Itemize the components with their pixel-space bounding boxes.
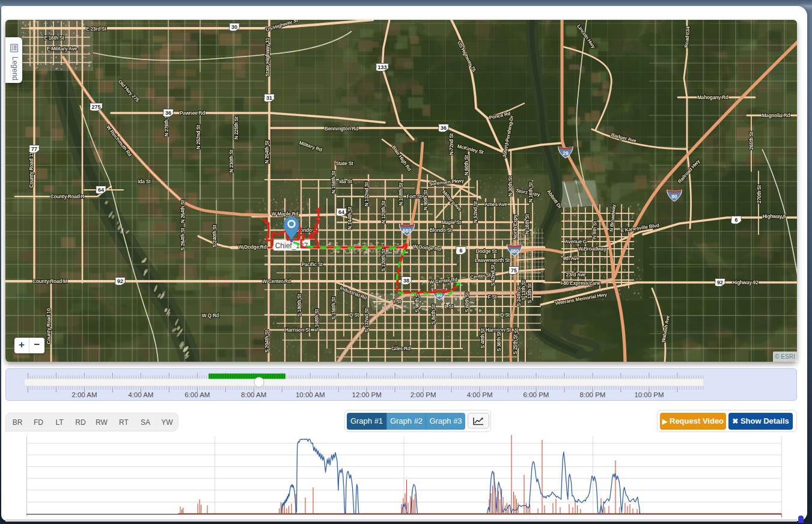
svg-text:N 16th St: N 16th St [525, 214, 530, 234]
svg-text:S 84th St: S 84th St [431, 304, 436, 324]
svg-text:State Highway 31: State Highway 31 [265, 37, 270, 76]
svg-text:County Road 11: County Road 11 [29, 152, 34, 188]
svg-text:E 23rd St: E 23rd St [86, 26, 106, 32]
svg-text:F St: F St [488, 294, 497, 300]
svg-text:Pawnee Rd: Pawnee Rd [180, 111, 205, 116]
svg-text:S 60th St: S 60th St [465, 292, 470, 312]
svg-text:Q St: Q St [500, 312, 510, 318]
svg-text:N 204th St: N 204th St [264, 141, 270, 164]
svg-text:S 264th St: S 264th St [180, 228, 186, 251]
svg-text:S 13th St: S 13th St [527, 283, 533, 303]
svg-text:N 90th St: N 90th St [423, 190, 429, 210]
svg-text:64: 64 [98, 187, 104, 193]
svg-text:N 225th St: N 225th St [234, 117, 239, 140]
svg-text:N 108th St: N 108th St [398, 183, 404, 206]
svg-text:W Q Rd: W Q Rd [202, 313, 219, 318]
svg-text:Ida St: Ida St [138, 179, 151, 184]
svg-text:N 60th St: N 60th St [464, 155, 469, 175]
svg-text:Highway 92: Highway 92 [732, 280, 759, 285]
svg-text:6: 6 [459, 248, 462, 254]
svg-text:North Expy: North Expy [513, 215, 518, 240]
svg-text:N 72nd St: N 72nd St [449, 133, 454, 155]
svg-text:L St: L St [445, 304, 454, 309]
svg-text:I-80 Express Lane: I-80 Express Lane [561, 281, 601, 286]
svg-text:N 252nd St: N 252nd St [196, 124, 201, 149]
svg-text:W Broadway: W Broadway [578, 246, 606, 252]
svg-text:S 156th St: S 156th St [331, 297, 337, 320]
svg-text:Magnolia Rd: Magnolia Rd [762, 113, 790, 118]
svg-text:S 168th St: S 168th St [314, 309, 320, 332]
svg-text:W Center Rd: W Center Rd [263, 279, 291, 284]
svg-text:6:00 PM: 6:00 PM [524, 391, 549, 398]
svg-text:38: 38 [403, 278, 409, 284]
svg-text:N 8th St: N 8th St [591, 221, 597, 239]
svg-text:County Road 10: County Road 10 [46, 308, 52, 344]
svg-text:State St: State St [336, 161, 353, 166]
svg-text:8:00 PM: 8:00 PM [580, 391, 606, 398]
svg-text:6: 6 [734, 217, 737, 223]
svg-text:Ames Ave: Ames Ave [484, 202, 507, 207]
svg-text:75: 75 [511, 267, 517, 273]
svg-text:County Road R: County Road R [50, 194, 85, 200]
svg-text:S 36th St: S 36th St [496, 331, 502, 352]
svg-text:4:00 AM: 4:00 AM [128, 391, 153, 398]
svg-text:S 13th St: S 13th St [521, 280, 527, 300]
svg-text:4:00 PM: 4:00 PM [467, 391, 493, 398]
svg-text:80: 80 [671, 193, 677, 200]
svg-text:Q St: Q St [349, 312, 359, 318]
svg-text:I St: I St [394, 299, 401, 305]
svg-text:N 120th St: N 120th St [381, 201, 386, 224]
svg-text:E 16th St: E 16th St [44, 35, 64, 41]
svg-text:N 156th St: N 156th St [331, 171, 337, 194]
svg-text:Mahogany Rd: Mahogany Rd [697, 95, 728, 100]
svg-text:265th St: 265th St [749, 131, 754, 150]
svg-text:N 16th St: N 16th St [528, 182, 534, 203]
svg-text:23rd Ave: 23rd Ave [566, 272, 586, 278]
svg-text:92: 92 [717, 279, 723, 285]
svg-text:8:00 AM: 8:00 AM [241, 391, 266, 398]
svg-text:Maple St: Maple St [442, 220, 462, 225]
svg-text:Leavenworth St: Leavenworth St [475, 258, 510, 263]
svg-text:Ida St: Ida St [339, 179, 352, 184]
svg-text:31: 31 [266, 95, 272, 101]
svg-text:Blondo St: Blondo St [430, 228, 452, 233]
svg-text:10:00 AM: 10:00 AM [296, 391, 325, 398]
svg-text:W Maple Rd: W Maple Rd [272, 212, 299, 217]
svg-text:270th St: 270th St [757, 184, 762, 203]
svg-text:36: 36 [441, 125, 447, 131]
svg-text:E Military Ave: E Military Ave [47, 46, 78, 52]
svg-text:W Dodge Rd: W Dodge Rd [239, 245, 267, 250]
svg-text:6:00 AM: 6:00 AM [185, 391, 210, 398]
svg-text:S 120th St: S 120th St [381, 249, 386, 272]
svg-text:S 204th St: S 204th St [264, 330, 270, 353]
svg-text:Highway 6: Highway 6 [763, 214, 786, 219]
svg-text:2:00 PM: 2:00 PM [411, 391, 436, 398]
svg-text:N 52nd St: N 52nd St [473, 201, 478, 223]
svg-text:S 42nd St: S 42nd St [490, 264, 496, 286]
svg-text:N 230th St: N 230th St [229, 150, 234, 173]
svg-text:S 48th St: S 48th St [480, 328, 486, 349]
svg-text:92: 92 [117, 278, 123, 284]
svg-text:Fort St: Fort St [407, 194, 422, 200]
svg-text:N 30th St: N 30th St [508, 176, 513, 196]
svg-text:S 96th St: S 96th St [415, 292, 420, 312]
svg-text:Avenue G: Avenue G [565, 239, 587, 245]
svg-text:N 264th St: N 264th St [180, 200, 186, 224]
svg-text:680: 680 [403, 228, 412, 234]
svg-text:133: 133 [377, 64, 386, 70]
svg-text:10:00 PM: 10:00 PM [634, 391, 664, 398]
svg-text:Giles Rd: Giles Rd [391, 346, 411, 352]
svg-text:29: 29 [563, 150, 569, 156]
svg-text:36: 36 [165, 110, 171, 116]
svg-text:2:00 AM: 2:00 AM [72, 391, 97, 398]
svg-text:S 132nd St: S 132nd St [364, 308, 370, 332]
svg-text:N 132nd St: N 132nd St [364, 181, 370, 206]
svg-text:Bennington Rd: Bennington Rd [325, 126, 358, 132]
svg-text:64: 64 [338, 209, 344, 215]
svg-text:Harrison St: Harrison St [285, 328, 310, 333]
svg-text:77: 77 [31, 146, 37, 152]
svg-text:S 240th St: S 240th St [212, 225, 218, 248]
svg-text:12:00 PM: 12:00 PM [352, 391, 382, 398]
svg-text:N 144th St: N 144th St [347, 207, 353, 230]
svg-text:275: 275 [91, 104, 100, 110]
